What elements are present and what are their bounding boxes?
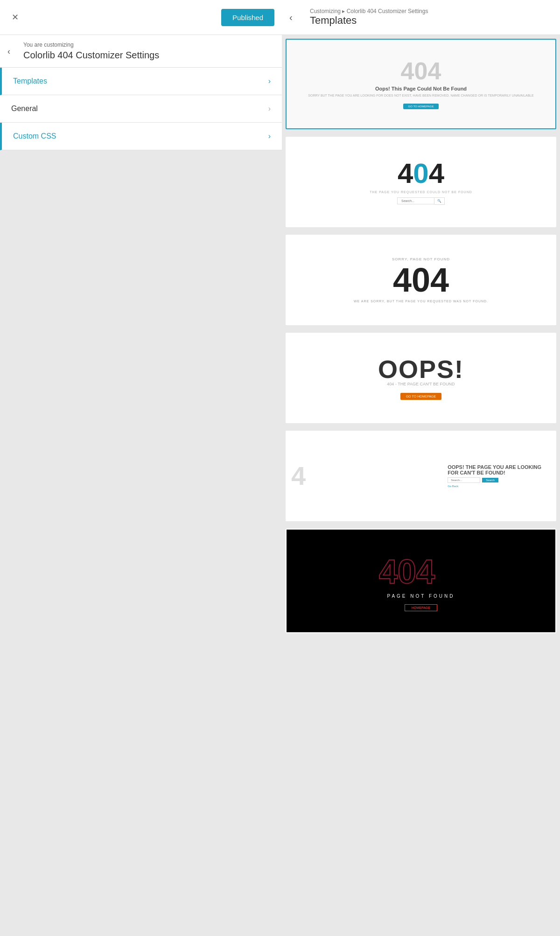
template-1-title: Oops! This Page Could Not Be Found	[296, 86, 546, 91]
template-6-title: PAGE NOT FOUND	[296, 594, 546, 599]
template-card-5[interactable]: 4 OOPS! THE PAGE YOU ARE LOOKINGFOR CAN'…	[286, 431, 556, 521]
template-preview-3: SORRY, PAGE NOT FOUND 404 WE ARE SORRY, …	[287, 236, 555, 324]
template-4-oops: OOPS!	[296, 356, 546, 382]
template-5-search-input	[448, 477, 480, 483]
template-6-btn: HOMEPAGE	[405, 604, 437, 611]
template-2-search: 🔍	[296, 197, 546, 205]
left-panel: ✕ Published ‹ You are customizing Colorl…	[0, 0, 282, 936]
template-4-btn: GO TO HOMEPAGE	[400, 393, 441, 400]
template-card-4[interactable]: OOPS! 404 - THE PAGE CAN'T BE FOUND GO T…	[286, 333, 556, 423]
template-3-content: SORRY, PAGE NOT FOUND 404 WE ARE SORRY, …	[287, 252, 555, 307]
svg-text:404: 404	[379, 553, 435, 588]
nav-item-custom-css[interactable]: Custom CSS ›	[0, 123, 282, 150]
template-preview-5: 4 OOPS! THE PAGE YOU ARE LOOKINGFOR CAN'…	[287, 432, 555, 520]
nav-item-templates[interactable]: Templates ›	[0, 68, 282, 95]
right-panel: ‹ Customizing ▸ Colorlib 404 Customizer …	[282, 0, 560, 936]
nav-item-general[interactable]: General ›	[0, 95, 282, 123]
template-2-zero: 0	[413, 158, 428, 189]
template-3-top-label: SORRY, PAGE NOT FOUND	[296, 257, 546, 261]
template-preview-2: 404 THE PAGE YOU REQUESTED COULD NOT BE …	[287, 138, 555, 226]
published-button[interactable]: Published	[221, 9, 274, 26]
back-arrow-right[interactable]: ‹	[289, 12, 293, 23]
template-5-go-back: Go Back	[448, 485, 541, 488]
template-1-btn: GO TO HOMEPAGE	[403, 104, 438, 109]
template-preview-4: OOPS! 404 - THE PAGE CAN'T BE FOUND GO T…	[287, 334, 555, 422]
template-5-right: OOPS! THE PAGE YOU ARE LOOKINGFOR CAN'T …	[448, 464, 541, 488]
template-6-404-svg: 404	[374, 551, 468, 588]
nav-item-templates-label: Templates	[13, 77, 47, 85]
nav-list: Templates › General › Custom CSS ›	[0, 68, 282, 150]
chevron-right-icon: ›	[268, 77, 271, 85]
right-header: ‹ Customizing ▸ Colorlib 404 Customizer …	[282, 0, 560, 35]
template-2-number: 404	[296, 160, 546, 188]
template-4-sub: 404 - THE PAGE CAN'T BE FOUND	[296, 382, 546, 386]
template-2-content: 404 THE PAGE YOU REQUESTED COULD NOT BE …	[287, 155, 555, 210]
nav-item-general-label: General	[11, 105, 38, 113]
customizing-title: Colorlib 404 Customizer Settings	[23, 50, 273, 61]
template-2-sub: THE PAGE YOU REQUESTED COULD NOT BE FOUN…	[296, 190, 546, 194]
close-button[interactable]: ✕	[7, 10, 22, 25]
back-arrow-customizing[interactable]: ‹	[7, 46, 10, 56]
right-panel-title: Templates	[310, 14, 551, 27]
template-2-search-btn: 🔍	[434, 197, 445, 205]
template-1-sub: SORRY BUT THE PAGE YOU ARE LOOKING FOR D…	[296, 93, 546, 98]
template-3-sub: WE ARE SORRY, BUT THE PAGE YOU REQUESTED…	[296, 300, 546, 303]
template-card-6[interactable]: 404 PAGE NOT FOUND HOMEPAGE	[286, 529, 556, 633]
customizing-label: You are customizing	[23, 42, 273, 48]
template-5-oops: OOPS! THE PAGE YOU ARE LOOKINGFOR CAN'T …	[448, 464, 541, 475]
breadcrumb: Customizing ▸ Colorlib 404 Customizer Se…	[310, 8, 551, 14]
template-2-search-input	[397, 197, 434, 204]
customizing-bar: ‹ You are customizing Colorlib 404 Custo…	[0, 35, 282, 68]
template-5-search-row: Search	[448, 477, 541, 483]
template-6-content: 404 PAGE NOT FOUND HOMEPAGE	[287, 546, 555, 616]
template-preview-1: 404 Oops! This Page Could Not Be Found S…	[287, 40, 555, 128]
template-1-content: 404 Oops! This Page Could Not Be Found S…	[287, 54, 555, 114]
nav-item-custom-css-label: Custom CSS	[13, 132, 56, 140]
chevron-right-icon: ›	[268, 105, 271, 113]
template-5-search-btn: Search	[482, 478, 498, 482]
templates-grid: 404 Oops! This Page Could Not Be Found S…	[282, 35, 560, 637]
template-5-bg-num: 4	[291, 463, 306, 489]
template-4-content: OOPS! 404 - THE PAGE CAN'T BE FOUND GO T…	[287, 352, 555, 405]
template-card-2[interactable]: 404 THE PAGE YOU REQUESTED COULD NOT BE …	[286, 137, 556, 227]
template-3-number: 404	[296, 263, 546, 297]
template-card-3[interactable]: SORRY, PAGE NOT FOUND 404 WE ARE SORRY, …	[286, 235, 556, 325]
top-bar: ✕ Published	[0, 0, 282, 35]
template-card-1[interactable]: 404 Oops! This Page Could Not Be Found S…	[286, 39, 556, 129]
template-preview-6: 404 PAGE NOT FOUND HOMEPAGE	[287, 530, 555, 632]
chevron-right-icon: ›	[268, 132, 271, 140]
template-1-number: 404	[296, 59, 546, 83]
